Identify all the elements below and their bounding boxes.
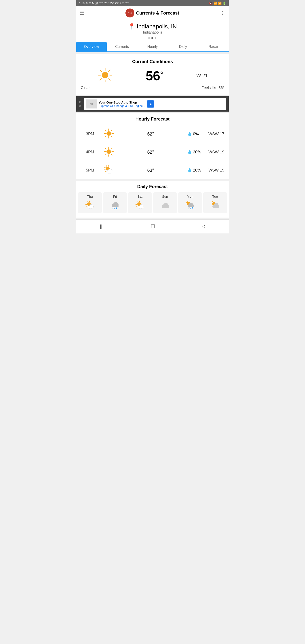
hourly-row-3pm: 3PM 62° 💧 0% WSW 17 <box>76 125 229 143</box>
location-dots: + <box>80 36 225 40</box>
precip-pct-4pm: 20% <box>193 150 201 154</box>
ad-image-text: AD <box>90 103 93 105</box>
status-temps: 75° 75° 75° 75° 75° 76° <box>99 2 130 5</box>
day-label-sun: Sun <box>162 194 168 198</box>
svg-line-5 <box>109 79 110 80</box>
divider <box>98 130 99 137</box>
current-conditions-title: Current Conditions <box>81 56 224 67</box>
tab-radar[interactable]: Radar <box>198 42 229 52</box>
svg-line-4 <box>100 70 102 72</box>
status-bar: 1:18 ❄ ⊘ M 🖼 75° 75° 75° 75° 75° 76° 🔇 📶… <box>76 0 229 6</box>
day-icon-thu <box>85 200 95 211</box>
current-conditions-section: Current Conditions 56° W 21 Clear F <box>76 54 229 94</box>
hourly-forecast-title: Hourly Forecast <box>76 113 229 125</box>
ad-image: AD <box>86 100 97 108</box>
svg-line-51 <box>113 208 113 209</box>
tab-daily[interactable]: Daily <box>168 42 198 52</box>
tab-overview[interactable]: Overview <box>76 42 107 52</box>
ad-close-button[interactable]: ✕ <box>79 104 82 108</box>
hourly-forecast-section: Hourly Forecast 3PM 62° 💧 0% WSW 17 <box>76 113 229 179</box>
hour-precip-3pm: 💧 0% <box>187 132 203 136</box>
back-button[interactable]: < <box>198 223 210 230</box>
more-options-button[interactable]: ⋮ <box>220 10 225 16</box>
tabs-bar: Overview Currents Hourly Daily Radar <box>76 42 229 52</box>
daily-grid: Thu Fri <box>76 192 229 213</box>
day-icon-sun <box>160 200 170 211</box>
hour-temp-5pm: 63° <box>118 168 184 173</box>
day-label-tue: Tue <box>212 194 218 198</box>
svg-line-58 <box>136 206 137 206</box>
svg-line-54 <box>138 201 138 202</box>
tab-hourly[interactable]: Hourly <box>137 42 168 52</box>
feels-like-label: Feels like 56° <box>202 86 224 90</box>
home-button[interactable]: ☐ <box>146 223 160 230</box>
hamburger-menu-button[interactable]: ☰ <box>80 10 84 16</box>
location-section: 📍 Indianapolis, IN Indianapolis + <box>76 20 229 42</box>
day-label-mon: Mon <box>187 194 193 198</box>
day-icon-sat <box>135 200 145 211</box>
svg-line-80 <box>212 201 213 202</box>
ad-controls: ▷ ✕ <box>79 100 82 108</box>
location-sub: Indianapolis <box>80 30 225 34</box>
daily-item-tue: Tue <box>203 192 227 213</box>
svg-rect-86 <box>213 205 219 208</box>
ad-content[interactable]: AD Your One-Stop Auto Shop Express Oil C… <box>84 98 226 110</box>
divider <box>98 167 99 174</box>
ad-banner[interactable]: ▷ ✕ AD Your One-Stop Auto Shop Express O… <box>76 96 229 112</box>
svg-line-52 <box>114 208 115 209</box>
svg-line-28 <box>105 168 106 168</box>
svg-rect-63 <box>139 206 144 208</box>
svg-line-27 <box>106 166 107 167</box>
svg-line-68 <box>188 201 188 202</box>
svg-line-81 <box>211 203 212 203</box>
day-label-sat: Sat <box>138 194 143 198</box>
header-title-group: 13 Currents & Forecast <box>126 8 179 18</box>
ad-subtitle: Express Oil Change & Tire Engine... <box>98 104 145 108</box>
svg-point-8 <box>102 72 108 78</box>
hour-temp-4pm: 62° <box>118 150 184 155</box>
hour-icon-3pm <box>103 128 114 140</box>
daily-item-sat: Sat <box>128 192 152 213</box>
day-label-fri: Fri <box>113 194 117 198</box>
hour-time-4pm: 4PM <box>81 150 94 154</box>
location-dot-2[interactable] <box>152 37 153 39</box>
daily-forecast-title: Daily Forecast <box>76 181 229 192</box>
svg-line-53 <box>116 208 117 209</box>
status-right: 🔇 📶 📶 🔋 <box>209 2 226 5</box>
ad-play-icon[interactable]: ▷ <box>80 100 82 103</box>
precip-pct-5pm: 20% <box>193 168 201 173</box>
nav-bar: ||| ☐ < <box>76 219 229 234</box>
svg-line-15 <box>111 130 112 131</box>
recent-apps-button[interactable]: ||| <box>95 223 108 230</box>
hour-time-5pm: 5PM <box>81 168 94 173</box>
svg-point-26 <box>106 149 111 154</box>
signal-icon: 📶 <box>218 2 222 5</box>
svg-rect-67 <box>162 205 168 208</box>
ad-arrow-button[interactable]: ➤ <box>147 100 154 108</box>
location-dot-1[interactable] <box>148 37 150 39</box>
degree-symbol: ° <box>160 70 163 80</box>
add-location-button[interactable]: + <box>154 36 156 40</box>
daily-item-mon: Mon <box>178 192 202 213</box>
svg-line-16 <box>105 136 106 137</box>
current-condition-label: Clear <box>81 86 90 90</box>
hour-wind-3pm: WSW 17 <box>206 132 224 136</box>
temp-value: 56 <box>146 68 160 83</box>
tab-currents[interactable]: Currents <box>107 42 137 52</box>
svg-point-17 <box>106 131 111 136</box>
svg-rect-76 <box>188 204 194 207</box>
current-main: 56° W 21 <box>81 67 224 84</box>
svg-line-14 <box>111 136 112 137</box>
daily-item-fri: Fri <box>103 192 127 213</box>
city-name: Indianapolis, IN <box>136 23 177 30</box>
ad-title: Your One-Stop Auto Shop <box>98 100 145 104</box>
hour-time-3pm: 3PM <box>81 132 94 136</box>
svg-line-7 <box>100 79 102 80</box>
current-wind: W 21 <box>196 73 208 78</box>
drop-icon-5pm: 💧 <box>187 168 192 173</box>
svg-line-22 <box>105 148 106 149</box>
day-icon-mon <box>185 200 195 211</box>
drop-icon-3pm: 💧 <box>187 132 192 136</box>
location-pin-icon: 📍 <box>128 23 135 30</box>
location-name: 📍 Indianapolis, IN <box>80 23 225 30</box>
